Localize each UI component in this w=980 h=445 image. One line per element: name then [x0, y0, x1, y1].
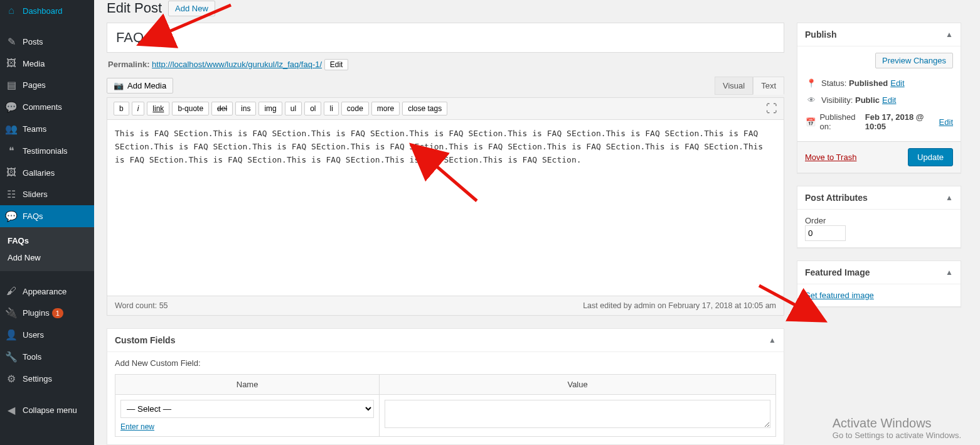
last-edited: Last edited by admin on February 17, 201… [583, 301, 776, 310]
btn-ol[interactable]: ol [304, 102, 321, 115]
menu-galleries[interactable]: 🖼Gallaries [0, 162, 94, 183]
users-icon: 👤 [5, 329, 18, 341]
preview-changes-button[interactable]: Preview Changes [875, 53, 953, 68]
menu-label: Plugins [23, 308, 50, 318]
featured-image-body: Set featured image [797, 284, 961, 306]
cf-name-select[interactable]: — Select — [120, 400, 374, 418]
page-title: Edit Post [107, 0, 162, 16]
settings-icon: ⚙ [5, 373, 18, 385]
menu-pages[interactable]: ▤Pages [0, 74, 94, 96]
menu-label: Sliders [23, 190, 48, 199]
btn-img[interactable]: img [258, 102, 282, 115]
btn-bquote[interactable]: b-quote [172, 102, 209, 115]
btn-link[interactable]: link [147, 102, 169, 115]
post-attributes-body: Order [797, 210, 961, 247]
visibility-row: 👁 Visibility: Public Edit [805, 92, 953, 109]
publish-header[interactable]: Publish ▲ [797, 23, 961, 46]
permalink-row: Permalink: http://localhost/www/luzuk/gu… [107, 53, 784, 77]
visibility-edit-link[interactable]: Edit [882, 95, 896, 105]
btn-italic[interactable]: i [132, 102, 145, 115]
sliders-icon: ☷ [5, 188, 18, 200]
pages-icon: ▤ [5, 79, 18, 91]
post-attributes-title: Post Attributes [805, 193, 868, 203]
menu-sliders[interactable]: ☷Sliders [0, 183, 94, 205]
add-new-button[interactable]: Add New [168, 1, 215, 16]
btn-close-tags[interactable]: close tags [402, 102, 447, 115]
menu-faqs[interactable]: 💬FAQs [0, 205, 94, 227]
appearance-icon: 🖌 [5, 286, 18, 297]
fullscreen-icon[interactable]: ⛶ [766, 102, 777, 115]
menu-label: Dashboard [23, 6, 63, 16]
btn-li[interactable]: li [324, 102, 338, 115]
menu-appearance[interactable]: 🖌Appearance [0, 281, 94, 302]
btn-del[interactable]: del [211, 102, 233, 115]
pin-icon: ✎ [5, 36, 18, 48]
pin-icon: 📍 [805, 78, 818, 88]
featured-image-header[interactable]: Featured Image ▲ [797, 261, 961, 284]
published-edit-link[interactable]: Edit [939, 117, 953, 127]
btn-bold[interactable]: b [114, 102, 129, 115]
update-button[interactable]: Update [908, 148, 953, 166]
editor-tabs: Visual Text [715, 77, 784, 95]
collapse-menu[interactable]: ◀Collapse menu [0, 399, 94, 421]
watermark-subtitle: Go to Settings to activate Windows. [833, 431, 961, 440]
cf-col-value: Value [380, 375, 776, 395]
custom-fields-table: Name Value — Select — Enter new [115, 374, 776, 437]
menu-media[interactable]: 🖾Media [0, 53, 94, 74]
menu-comments[interactable]: 💬Comments [0, 96, 94, 118]
menu-plugins[interactable]: 🔌Plugins1 [0, 302, 94, 324]
add-media-label: Add Media [127, 81, 166, 90]
move-to-trash-link[interactable]: Move to Trash [805, 153, 856, 162]
menu-users[interactable]: 👤Users [0, 324, 94, 346]
btn-ul[interactable]: ul [285, 102, 302, 115]
btn-ins[interactable]: ins [235, 102, 256, 115]
menu-label: Comments [23, 102, 62, 112]
published-value: Feb 17, 2018 @ 10:05 [865, 112, 937, 131]
menu-label: Media [23, 59, 45, 68]
menu-label: Testimonials [23, 146, 68, 156]
order-label: Order [805, 216, 953, 225]
dashboard-icon: ⌂ [5, 5, 18, 16]
main-content: Edit Post Add New Permalink: http://loca… [107, 0, 972, 445]
permalink-edit-button[interactable]: Edit [324, 59, 349, 70]
post-attributes-header[interactable]: Post Attributes ▲ [797, 186, 961, 210]
submenu-faqs-add-new[interactable]: Add New [0, 249, 94, 266]
triangle-up-icon: ▲ [945, 30, 953, 39]
menu-testimonials[interactable]: ❝Testimonials [0, 140, 94, 162]
order-input[interactable] [805, 225, 846, 241]
windows-watermark: Activate Windows Go to Settings to activ… [833, 416, 961, 440]
menu-label: Users [23, 330, 44, 340]
post-title-input[interactable] [107, 23, 784, 53]
custom-fields-title: Custom Fields [115, 335, 175, 345]
plugins-icon: 🔌 [5, 307, 18, 319]
btn-more[interactable]: more [371, 102, 400, 115]
visibility-label: Visibility: [821, 95, 853, 105]
editor-toolbar: b i link b-quote del ins img ul ol li co… [107, 98, 784, 120]
cf-enter-new[interactable]: Enter new [120, 422, 154, 431]
permalink-url[interactable]: http://localhost/www/luzuk/gurukul/lz_fa… [152, 60, 322, 69]
tab-visual[interactable]: Visual [715, 77, 753, 95]
menu-dashboard[interactable]: ⌂Dashboard [0, 0, 94, 21]
set-featured-image-link[interactable]: Set featured image [805, 291, 874, 300]
tools-icon: 🔧 [5, 351, 18, 363]
triangle-up-icon: ▲ [945, 193, 953, 202]
editor-textarea[interactable]: This is FAQ SEction.This is FAQ SEction.… [107, 120, 784, 296]
menu-settings[interactable]: ⚙Settings [0, 368, 94, 390]
status-edit-link[interactable]: Edit [890, 78, 904, 88]
menu-tools[interactable]: 🔧Tools [0, 346, 94, 368]
menu-teams[interactable]: 👥Teams [0, 118, 94, 140]
page-heading: Edit Post Add New [107, 0, 972, 16]
add-media-button[interactable]: 📷Add Media [107, 78, 173, 94]
publish-box: Publish ▲ Preview Changes 📍 Status: Publ… [797, 23, 961, 173]
editor-column: Permalink: http://localhost/www/luzuk/gu… [107, 23, 784, 445]
submenu-faqs-list[interactable]: FAQs [0, 232, 94, 249]
menu-posts[interactable]: ✎Posts [0, 31, 94, 53]
permalink-label: Permalink: [108, 60, 149, 69]
camera-icon: 📷 [114, 81, 124, 90]
custom-fields-header[interactable]: Custom Fields ▲ [107, 329, 784, 352]
cf-value-textarea[interactable] [385, 400, 770, 428]
tab-text[interactable]: Text [753, 77, 784, 95]
btn-code[interactable]: code [341, 102, 369, 115]
comments-icon: 💬 [5, 101, 18, 113]
publish-actions: Move to Trash Update [797, 141, 961, 173]
